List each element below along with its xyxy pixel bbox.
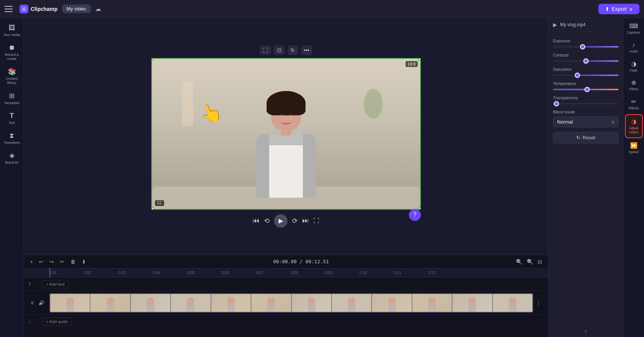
exposure-slider-track[interactable] [553, 46, 619, 48]
effects-icon: ✏ [631, 98, 636, 105]
redo-button[interactable]: ↪ [48, 257, 55, 266]
crop-button[interactable]: ⛶ [260, 45, 271, 55]
reset-button[interactable]: ↻ Reset [553, 132, 619, 143]
video-pause-button[interactable]: ⏸ [28, 299, 36, 307]
adjust-colors-icon: ◑ [631, 118, 637, 125]
more-options-button[interactable]: ••• [301, 45, 313, 55]
sidebar-item-text[interactable]: T Text [1, 109, 22, 128]
sidebar-item-brand-kit[interactable]: ◈ Brand kit [1, 148, 22, 168]
sidebar-item-templates[interactable]: ⊞ Templates [1, 89, 22, 108]
timeline-toolbar: + ↩ ↪ ✂ 🗑 ⬇ 00:00.00 / 00:12.51 🔍 🔍 ⊟ [24, 255, 548, 268]
filmstrip-segment [332, 294, 372, 312]
undo-button[interactable]: ↩ [37, 257, 45, 266]
fullscreen-button[interactable]: ⛶ [313, 218, 319, 224]
contrast-slider-track[interactable] [553, 60, 619, 62]
filmstrip-segment [131, 294, 171, 312]
contrast-label: Contrast [553, 53, 619, 57]
export-button[interactable]: ⬆ Export ∨ [598, 4, 640, 14]
transitions-icon: ⧗ [9, 132, 14, 140]
video-track: ⏸ 🔊 [24, 291, 548, 315]
saturation-label: Saturation [553, 67, 619, 72]
filmstrip-segment [292, 294, 332, 312]
add-to-timeline-button[interactable]: + [28, 257, 34, 266]
active-tab[interactable]: My video [62, 4, 91, 13]
cc-badge: CC [155, 200, 164, 206]
far-right-adjust-colors[interactable]: ◑ Adjust colors [625, 114, 643, 138]
filmstrip-segment [211, 294, 251, 312]
filmstrip-segment [90, 294, 130, 312]
topbar: c Clipchamp My video ☁ ⬆ Export ∨ [0, 0, 644, 18]
far-right-effects[interactable]: ✏ Effects [625, 95, 643, 113]
export-icon: ⬆ [605, 6, 610, 12]
panel-collapse-button[interactable]: ∨ [549, 325, 623, 337]
saturation-slider-track[interactable] [553, 75, 619, 76]
transparency-slider-thumb[interactable] [554, 101, 559, 106]
record-create-icon: ⏺ [9, 44, 15, 52]
filmstrip-segment [171, 294, 211, 312]
cut-button[interactable]: ✂ [58, 257, 66, 266]
text-icon: T [10, 112, 14, 120]
exposure-slider-thumb[interactable] [580, 44, 585, 49]
sidebar-item-content-library[interactable]: 📚 Content library [1, 64, 22, 88]
delete-button[interactable]: 🗑 [69, 257, 77, 266]
reset-icon: ↻ [576, 135, 580, 140]
fit-button[interactable]: ⊡ [274, 45, 285, 55]
audio-panel-icon: ♪ [632, 42, 635, 48]
resize-handle-br[interactable] [418, 207, 421, 210]
video-trim-end-button[interactable]: ▏ [536, 299, 544, 307]
sidebar-item-transitions[interactable]: ⧗ Transitions [1, 129, 22, 148]
filters-icon: ⊕ [631, 79, 636, 86]
video-filmstrip[interactable] [49, 293, 533, 313]
sidebar-item-record-create[interactable]: ⏺ Record & create [1, 41, 22, 64]
resize-handle-tr[interactable] [418, 58, 421, 61]
transparency-slider-track[interactable] [553, 103, 619, 104]
export-dropdown-icon: ∨ [629, 6, 633, 12]
far-right-audio[interactable]: ♪ Audio [625, 39, 643, 57]
resize-handle-bl[interactable] [151, 207, 154, 210]
blend-mode-select[interactable]: Normal Multiply Screen Overlay [553, 116, 619, 127]
add-audio-button[interactable]: + Add audio [42, 318, 72, 326]
exposure-label: Exposure [553, 39, 619, 43]
help-button[interactable]: ? [409, 209, 421, 221]
brand-kit-icon: ◈ [9, 151, 15, 160]
far-right-panel: ⌨ Captions ♪ Audio ◑ Fade ⊕ Filters ✏ Ef… [623, 18, 644, 337]
saturation-slider-thumb[interactable] [575, 73, 580, 78]
far-right-captions[interactable]: ⌨ Captions [625, 19, 643, 38]
timeline-collapse-button[interactable]: ⊟ [536, 257, 544, 266]
app-logo[interactable]: c Clipchamp [19, 4, 58, 13]
video-volume-button[interactable]: 🔊 [37, 299, 45, 307]
skip-to-end-button[interactable]: ⏭ [302, 217, 309, 225]
app-title: Clipchamp [31, 6, 58, 12]
video-preview-area: ⛶ ⊡ ↻ ••• [24, 18, 548, 255]
captions-icon: ⌨ [629, 22, 638, 30]
zoom-out-button[interactable]: 🔍 [514, 257, 524, 266]
sidebar-item-your-media[interactable]: 🖼 Your media [1, 21, 22, 40]
video-track-controls: ⏸ 🔊 [28, 299, 45, 307]
panel-scroll-area[interactable]: Exposure Contrast Saturation [549, 32, 623, 325]
video-toolbar: ⛶ ⊡ ↻ ••• [260, 45, 313, 55]
play-button[interactable]: ▶ [274, 214, 288, 228]
saturation-slider-container: Saturation [553, 67, 619, 76]
resize-handle-tl[interactable] [151, 58, 154, 61]
filmstrip-segment [452, 294, 492, 312]
far-right-speed[interactable]: ⏩ Speed [625, 139, 643, 157]
far-right-filters[interactable]: ⊕ Filters [625, 76, 643, 94]
zoom-in-button[interactable]: 🔍 [525, 257, 535, 266]
record-button[interactable]: ⬇ [80, 257, 88, 266]
file-name-label: My vlog.mp4 [560, 22, 586, 27]
video-controls: ⏮ ⟲ ▶ ⟳ ⏭ ⛶ [253, 214, 319, 228]
rotate-button[interactable]: ↻ [288, 45, 298, 55]
far-right-fade[interactable]: ◑ Fade [625, 57, 643, 76]
add-text-button[interactable]: + Add text [42, 280, 69, 288]
cloud-save-icon[interactable]: ☁ [95, 5, 101, 12]
forward-button[interactable]: ⟳ [292, 217, 298, 225]
video-frame[interactable]: CC [151, 58, 421, 210]
skip-to-start-button[interactable]: ⏮ [253, 217, 259, 225]
timeline-ruler: 0:01 0:02 0:03 0:04 0:05 0:06 0:07 0:08 … [24, 268, 548, 277]
rewind-button[interactable]: ⟲ [264, 217, 270, 225]
temperature-slider-thumb[interactable] [584, 87, 590, 92]
contrast-slider-thumb[interactable] [583, 58, 589, 64]
your-media-icon: 🖼 [9, 24, 15, 32]
menu-icon[interactable] [4, 4, 15, 14]
temperature-slider-track[interactable] [553, 89, 619, 90]
